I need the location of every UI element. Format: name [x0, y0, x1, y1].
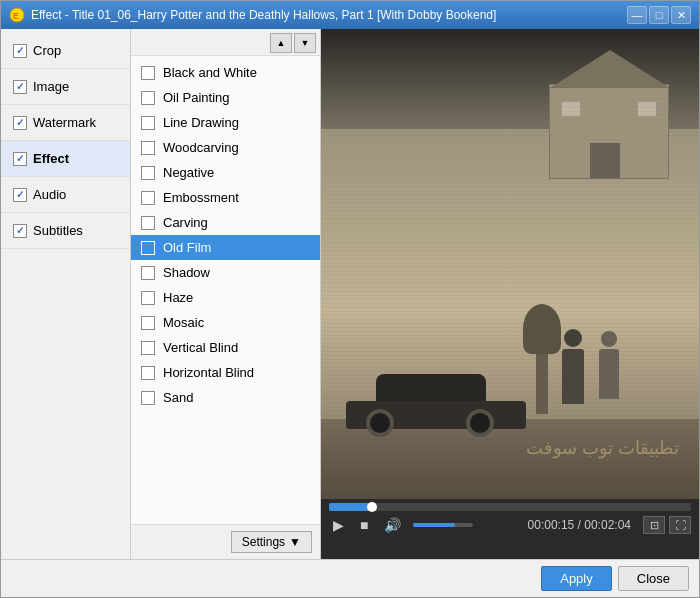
effect-label-shadow: Shadow	[163, 265, 210, 280]
scroll-down-button[interactable]: ▼	[294, 33, 316, 53]
sidebar-item-audio[interactable]: Audio	[1, 177, 130, 213]
play-button[interactable]: ▶	[329, 515, 348, 535]
effect-checkbox-mosaic[interactable]	[141, 316, 155, 330]
audio-label: Audio	[33, 187, 66, 202]
subtitles-label: Subtitles	[33, 223, 83, 238]
effect-item-mosaic[interactable]: Mosaic	[131, 310, 320, 335]
effect-label-haze: Haze	[163, 290, 193, 305]
maximize-button[interactable]: □	[649, 6, 669, 24]
person2-head	[601, 331, 617, 347]
effect-item-oil-painting[interactable]: Oil Painting	[131, 85, 320, 110]
view-fit-button[interactable]: ⊡	[643, 516, 665, 534]
image-checkbox[interactable]	[13, 80, 27, 94]
effect-label-old-film: Old Film	[163, 240, 211, 255]
effect-checkbox-vertical-blind[interactable]	[141, 341, 155, 355]
effect-checkbox-line-drawing[interactable]	[141, 116, 155, 130]
effect-label-line-drawing: Line Drawing	[163, 115, 239, 130]
effect-item-negative[interactable]: Negative	[131, 160, 320, 185]
effect-item-old-film[interactable]: Old Film	[131, 235, 320, 260]
title-bar-left: E Effect - Title 01_06_Harry Potter and …	[9, 7, 496, 23]
minimize-button[interactable]: —	[627, 6, 647, 24]
effect-checkbox[interactable]	[13, 152, 27, 166]
effect-label-sand: Sand	[163, 390, 193, 405]
effect-item-woodcarving[interactable]: Woodcarving	[131, 135, 320, 160]
crop-label: Crop	[33, 43, 61, 58]
sidebar-item-effect[interactable]: Effect	[1, 141, 130, 177]
person1-body	[562, 349, 584, 404]
effect-label-carving: Carving	[163, 215, 208, 230]
tree-top	[523, 304, 561, 354]
car	[346, 379, 526, 429]
crop-checkbox[interactable]	[13, 44, 27, 58]
watermark-checkbox[interactable]	[13, 116, 27, 130]
progress-bar[interactable]	[329, 503, 691, 511]
close-button-footer[interactable]: Close	[618, 566, 689, 591]
door	[590, 143, 620, 178]
effect-item-sand[interactable]: Sand	[131, 385, 320, 410]
settings-button[interactable]: Settings ▼	[231, 531, 312, 553]
window-title: Effect - Title 01_06_Harry Potter and th…	[31, 8, 496, 22]
volume-slider[interactable]	[413, 523, 473, 527]
subtitles-checkbox[interactable]	[13, 224, 27, 238]
audio-checkbox[interactable]	[13, 188, 27, 202]
svg-text:E: E	[13, 11, 19, 21]
video-panel: تطبيقات توب سوفت ▶ ■ 🔊	[321, 29, 699, 559]
sidebar-item-image[interactable]: Image	[1, 69, 130, 105]
effect-label-mosaic: Mosaic	[163, 315, 204, 330]
effect-item-black-white[interactable]: Black and White	[131, 60, 320, 85]
main-content: Crop Image Watermark Effect Audio Subtit…	[1, 29, 699, 559]
video-scene: تطبيقات توب سوفت	[321, 29, 699, 499]
effect-checkbox-embossment[interactable]	[141, 191, 155, 205]
volume-fill	[413, 523, 455, 527]
time-display: 00:00:15 / 00:02:04	[528, 518, 631, 532]
apply-button[interactable]: Apply	[541, 566, 612, 591]
stop-button[interactable]: ■	[356, 515, 372, 535]
close-button[interactable]: ✕	[671, 6, 691, 24]
effect-label-horizontal-blind: Horizontal Blind	[163, 365, 254, 380]
watermark-label: Watermark	[33, 115, 96, 130]
effect-checkbox-shadow[interactable]	[141, 266, 155, 280]
effect-checkbox-haze[interactable]	[141, 291, 155, 305]
car-wheel-back	[466, 409, 494, 437]
effect-checkbox-sand[interactable]	[141, 391, 155, 405]
tree-trunk	[536, 344, 548, 414]
effect-label-black-white: Black and White	[163, 65, 257, 80]
sidebar-item-subtitles[interactable]: Subtitles	[1, 213, 130, 249]
person2-body	[599, 349, 619, 399]
image-label: Image	[33, 79, 69, 94]
effect-checkbox-horizontal-blind[interactable]	[141, 366, 155, 380]
volume-button[interactable]: 🔊	[380, 515, 405, 535]
effects-list[interactable]: Black and WhiteOil PaintingLine DrawingW…	[131, 56, 320, 524]
main-window: E Effect - Title 01_06_Harry Potter and …	[0, 0, 700, 598]
person2	[599, 331, 619, 399]
effect-checkbox-woodcarving[interactable]	[141, 141, 155, 155]
effect-checkbox-black-white[interactable]	[141, 66, 155, 80]
effect-item-vertical-blind[interactable]: Vertical Blind	[131, 335, 320, 360]
title-bar-controls: — □ ✕	[627, 6, 691, 24]
effect-checkbox-oil-painting[interactable]	[141, 91, 155, 105]
car-wheel-front	[366, 409, 394, 437]
effect-item-line-drawing[interactable]: Line Drawing	[131, 110, 320, 135]
video-controls: ▶ ■ 🔊 00:00:15 / 00:02:04 ⊡ ⛶	[321, 499, 699, 559]
settings-label: Settings	[242, 535, 285, 549]
effect-item-carving[interactable]: Carving	[131, 210, 320, 235]
house-roof	[550, 50, 670, 88]
person1	[562, 329, 584, 404]
sidebar-item-watermark[interactable]: Watermark	[1, 105, 130, 141]
effect-checkbox-negative[interactable]	[141, 166, 155, 180]
settings-dropdown-arrow: ▼	[289, 535, 301, 549]
scroll-up-button[interactable]: ▲	[270, 33, 292, 53]
effect-item-haze[interactable]: Haze	[131, 285, 320, 310]
effect-label-negative: Negative	[163, 165, 214, 180]
view-fullscreen-button[interactable]: ⛶	[669, 516, 691, 534]
effect-checkbox-carving[interactable]	[141, 216, 155, 230]
effect-checkbox-old-film[interactable]	[141, 241, 155, 255]
sidebar-item-crop[interactable]: Crop	[1, 33, 130, 69]
effect-item-embossment[interactable]: Embossment	[131, 185, 320, 210]
effect-item-shadow[interactable]: Shadow	[131, 260, 320, 285]
title-bar: E Effect - Title 01_06_Harry Potter and …	[1, 1, 699, 29]
effect-item-horizontal-blind[interactable]: Horizontal Blind	[131, 360, 320, 385]
video-area: تطبيقات توب سوفت	[321, 29, 699, 499]
window-left	[560, 100, 582, 118]
controls-row: ▶ ■ 🔊 00:00:15 / 00:02:04 ⊡ ⛶	[329, 515, 691, 535]
